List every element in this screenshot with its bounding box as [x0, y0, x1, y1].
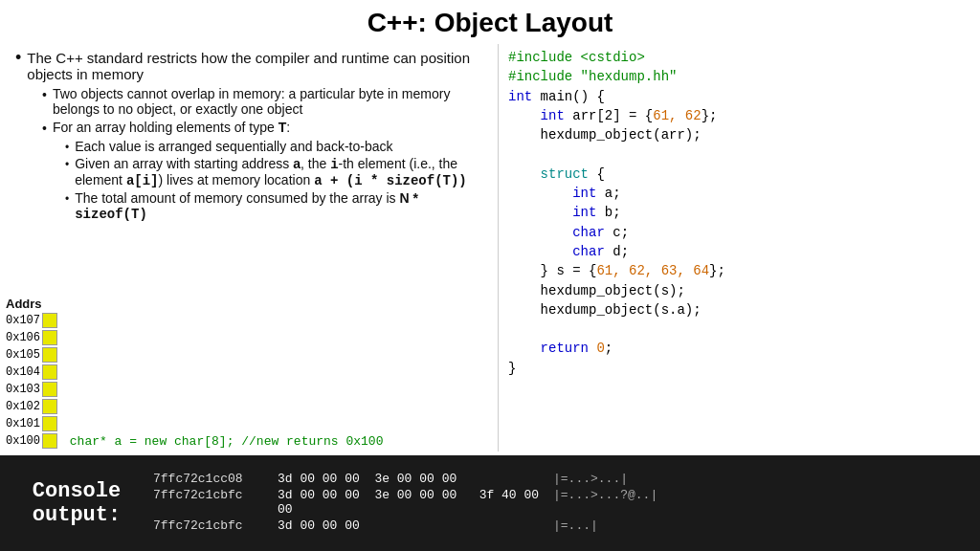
addr-0x104: 0x104	[6, 365, 42, 379]
sub-bullet-1-text: Two objects cannot overlap in memory: a …	[53, 86, 488, 117]
code-line-blank1	[508, 144, 970, 164]
page-title: C++: Object Layout	[0, 0, 980, 44]
code-line-hexdump-s: hexdump_object(s);	[508, 281, 970, 300]
console-addr-1: 7ffc72c1cc08	[153, 472, 278, 486]
code-line-int-b: int b;	[508, 203, 970, 222]
console-line-1: 7ffc72c1cc08 3d 00 00 00 3e 00 00 00 |=.…	[153, 472, 980, 486]
mem-cell-0x104	[42, 364, 57, 380]
mem-row-0x107: 0x107	[6, 312, 488, 329]
console-label: Consoleoutput:	[0, 455, 153, 551]
left-panel: • The C++ standard restricts how the com…	[0, 44, 498, 452]
addr-0x102: 0x102	[6, 400, 42, 413]
main-bullet-1: • The C++ standard restricts how the com…	[15, 50, 488, 82]
code-line-struct: struct {	[508, 165, 970, 184]
mem-row-0x102: 0x102	[6, 398, 488, 415]
addr-0x105: 0x105	[6, 348, 42, 362]
console-pipe-2: |=...>...?@..|	[553, 488, 657, 517]
sub-bullet-1: • Two objects cannot overlap in memory: …	[42, 86, 488, 117]
mem-row-0x104: 0x104	[6, 364, 488, 381]
addr-0x100: 0x100	[6, 434, 42, 448]
console-addr-3: 7ffc72c1cbfc	[153, 518, 278, 533]
code-line-include2: #include "hexdump.hh"	[508, 67, 970, 86]
console-hex-1: 3d 00 00 00 3e 00 00 00	[278, 472, 546, 486]
code-line-return: return 0;	[508, 339, 970, 358]
code-comment-line: char* a = new char[8]; //new returns 0x1…	[62, 434, 383, 449]
sub-bullet-2-text: For an array holding elements of type T:	[53, 120, 290, 135]
mem-cell-0x107	[42, 313, 57, 328]
memory-diagram: Addrs 0x107 0x106 0x105 0x104 0x103	[0, 297, 498, 452]
console-pipe-1: |=...>...|	[553, 472, 628, 486]
sub-bullet-2: • For an array holding elements of type …	[42, 120, 488, 136]
mem-row-0x103: 0x103	[6, 381, 488, 398]
code-line-arr: int arr[2] = {61, 62};	[508, 106, 970, 125]
sub-sub-bullets: • Each value is arranged sequentially an…	[65, 139, 488, 222]
sub-sub-dot-1: •	[65, 141, 69, 154]
bullet-dot: •	[15, 48, 21, 68]
sub-sub-text-3: The total amount of memory consumed by t…	[75, 190, 488, 222]
console-output: 7ffc72c1cc08 3d 00 00 00 3e 00 00 00 |=.…	[153, 455, 980, 551]
mem-cell-0x103	[42, 382, 57, 397]
code-line-int-a: int a;	[508, 184, 970, 203]
code-line-include1: #include <cstdio>	[508, 48, 970, 67]
addrs-label: Addrs	[6, 297, 488, 311]
sub-sub-dot-2: •	[65, 158, 69, 171]
main-bullet-1-text: The C++ standard restricts how the compi…	[27, 50, 488, 82]
console-addr-2: 7ffc72c1cbfc	[153, 488, 278, 517]
code-line-main: int main() {	[508, 87, 970, 106]
sub-bullets-1: • Two objects cannot overlap in memory: …	[42, 86, 488, 222]
console-line-3: 7ffc72c1cbfc 3d 00 00 00 |=...|	[153, 518, 980, 533]
console-hex-2: 3d 00 00 00 3e 00 00 00 3f 40 00 00	[278, 488, 546, 517]
mem-cell-0x101	[42, 416, 57, 431]
code-line-char-d: char d;	[508, 242, 970, 261]
mem-cell-0x100	[42, 433, 57, 449]
mem-cell-0x106	[42, 330, 57, 345]
sub-sub-text-2: Given an array with starting address a, …	[75, 156, 488, 188]
addr-0x106: 0x106	[6, 331, 42, 344]
sub-sub-dot-3: •	[65, 192, 69, 206]
mem-row-0x101: 0x101	[6, 415, 488, 432]
code-line-struct-end: } s = {61, 62, 63, 64};	[508, 261, 970, 280]
console-pipe-3: |=...|	[553, 518, 598, 533]
sub-sub-text-1: Each value is arranged sequentially and …	[75, 139, 392, 154]
mem-row-0x100: 0x100 char* a = new char[8]; //new retur…	[6, 432, 488, 450]
addr-0x101: 0x101	[6, 417, 42, 430]
sub-sub-bullet-3: • The total amount of memory consumed by…	[65, 190, 488, 222]
code-line-char-c: char c;	[508, 223, 970, 242]
code-line-blank2	[508, 320, 970, 339]
code-line-hexdump-sa: hexdump_object(s.a);	[508, 300, 970, 320]
console-hex-3: 3d 00 00 00	[278, 518, 546, 533]
mem-row-0x106: 0x106	[6, 329, 488, 346]
console-line-2: 7ffc72c1cbfc 3d 00 00 00 3e 00 00 00 3f …	[153, 488, 980, 517]
code-panel: #include <cstdio> #include "hexdump.hh" …	[499, 44, 980, 452]
code-line-close: }	[508, 359, 970, 378]
mem-cell-0x102	[42, 399, 57, 414]
sub-dot-2: •	[42, 121, 47, 136]
addr-0x107: 0x107	[6, 314, 42, 327]
sub-dot-1: •	[42, 87, 47, 102]
addr-0x103: 0x103	[6, 383, 42, 396]
sub-sub-bullet-2: • Given an array with starting address a…	[65, 156, 488, 188]
mem-row-0x105: 0x105	[6, 346, 488, 364]
console-area: Consoleoutput: 7ffc72c1cc08 3d 00 00 00 …	[0, 455, 980, 551]
code-line-hexdump-arr: hexdump_object(arr);	[508, 125, 970, 144]
mem-cell-0x105	[42, 347, 57, 363]
sub-sub-bullet-1: • Each value is arranged sequentially an…	[65, 139, 488, 154]
